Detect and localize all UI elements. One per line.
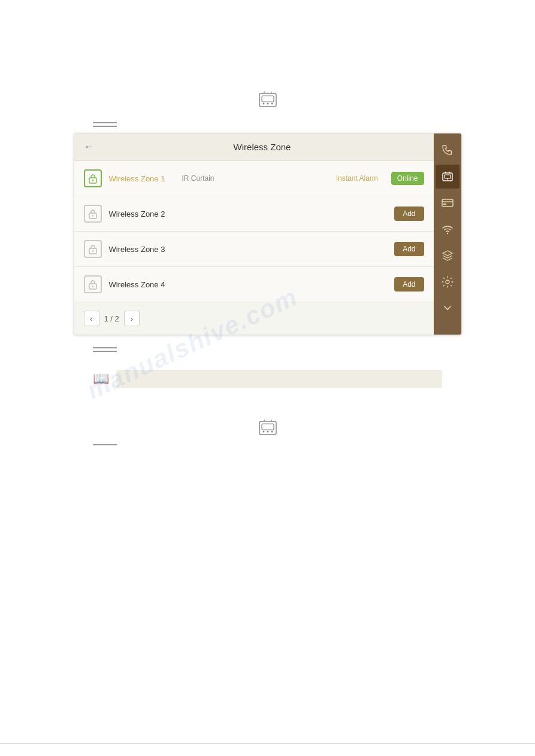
line-1 (93, 122, 117, 123)
zone-row: Wireless Zone 1 IR Curtain Instant Alarm… (74, 161, 434, 196)
lock-icon-3 (87, 244, 98, 254)
zone-row: Wireless Zone 2 Add (74, 196, 434, 232)
add-button-3[interactable]: Add (394, 242, 424, 256)
card-svg-icon (441, 196, 454, 210)
zone-row: Wireless Zone 3 Add (74, 232, 434, 267)
alarm-icon-bottom (257, 418, 279, 439)
book-section: 📖 (93, 370, 442, 388)
chevron-down-svg-icon (443, 303, 452, 313)
zone-icon-3 (84, 240, 102, 258)
svg-rect-1 (262, 96, 274, 102)
second-icon-area (0, 418, 535, 445)
back-button[interactable]: ← (84, 141, 95, 153)
zone-icon-1 (84, 169, 102, 187)
wifi-svg-icon (441, 223, 454, 236)
zone-name-3: Wireless Zone 3 (109, 245, 169, 254)
lower-line-1 (93, 347, 117, 348)
lower-single-line (93, 444, 117, 445)
pagination: ‹ 1 / 2 › (74, 302, 434, 335)
svg-rect-26 (262, 424, 274, 430)
add-button-4[interactable]: Add (394, 277, 424, 292)
zone-status-badge-1: Online (391, 172, 424, 185)
svg-point-17 (447, 178, 448, 180)
bottom-divider (0, 743, 535, 744)
svg-point-28 (267, 431, 268, 433)
svg-point-14 (92, 286, 93, 287)
main-panel-area: ← Wireless Zone Wire (0, 133, 535, 335)
next-page-button[interactable]: › (124, 311, 140, 326)
top-icon-area (0, 90, 535, 116)
sidebar-alarm-icon[interactable] (436, 165, 460, 189)
lock-icon-2 (87, 208, 98, 219)
page-info: 1 / 2 (104, 314, 119, 323)
svg-point-10 (92, 215, 93, 216)
zone-type-1: IR Curtain (182, 174, 214, 183)
svg-point-8 (92, 180, 93, 181)
page-wrapper: ← Wireless Zone Wire (0, 0, 535, 756)
sidebar-layers-icon[interactable] (436, 244, 460, 268)
note-bar (116, 370, 442, 388)
layers-svg-icon (441, 249, 454, 262)
book-text-area (116, 370, 442, 388)
svg-point-23 (446, 233, 448, 234)
sidebar-wifi-icon[interactable] (436, 217, 460, 241)
svg-point-12 (92, 250, 93, 251)
screen-title: Wireless Zone (101, 142, 424, 152)
svg-rect-16 (445, 175, 451, 178)
lines-above-panel (93, 122, 535, 127)
svg-point-2 (262, 103, 264, 105)
prev-page-button[interactable]: ‹ (84, 311, 99, 326)
top-alarm-svg-icon (258, 90, 278, 111)
line-2 (93, 126, 117, 127)
zone-name-2: Wireless Zone 2 (109, 210, 169, 218)
alarm-home-svg-icon (441, 170, 454, 183)
zone-row: Wireless Zone 4 Add (74, 267, 434, 302)
screen-sidebar (434, 133, 461, 335)
alarm-icon-top (257, 90, 279, 111)
lower-section: 📖 (0, 347, 535, 394)
add-button-2[interactable]: Add (394, 207, 424, 221)
sidebar-down-icon[interactable] (436, 296, 460, 320)
sidebar-settings-icon[interactable] (436, 270, 460, 294)
svg-point-27 (262, 431, 264, 433)
zone-icon-4 (84, 275, 102, 293)
zone-name-1: Wireless Zone 1 (109, 174, 169, 183)
svg-point-4 (271, 103, 273, 105)
svg-rect-20 (442, 199, 453, 207)
sidebar-card-icon[interactable] (436, 191, 460, 215)
bottom-alarm-svg-icon (258, 418, 278, 439)
lower-lines (93, 347, 442, 352)
screen-content: ← Wireless Zone Wire (74, 133, 434, 335)
screen-header: ← Wireless Zone (74, 133, 434, 161)
lock-icon-1 (87, 173, 98, 184)
zone-alarm-type-1: Instant Alarm (336, 174, 378, 183)
phone-svg-icon (441, 144, 454, 157)
zone-name-4: Wireless Zone 4 (109, 280, 169, 289)
zone-icon-2 (84, 205, 102, 223)
settings-svg-icon (441, 275, 454, 289)
lower-line-2 (93, 351, 117, 352)
svg-point-3 (267, 103, 268, 105)
device-screen: ← Wireless Zone Wire (74, 133, 462, 335)
svg-point-29 (271, 431, 273, 433)
svg-rect-22 (443, 204, 446, 205)
zone-list: Wireless Zone 1 IR Curtain Instant Alarm… (74, 161, 434, 302)
lock-icon-4 (87, 279, 98, 290)
book-icon: 📖 (93, 371, 109, 387)
svg-point-24 (446, 280, 449, 284)
sidebar-phone-icon[interactable] (436, 138, 460, 162)
